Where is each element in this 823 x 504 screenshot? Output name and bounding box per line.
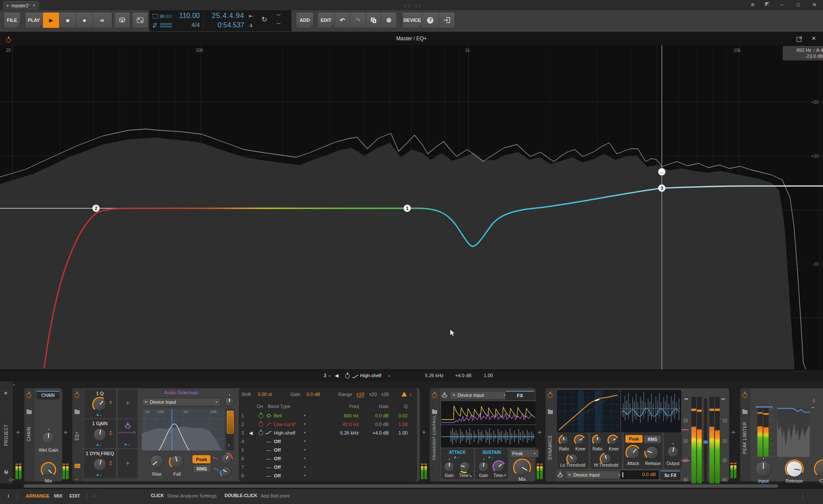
chain-mix-knob[interactable] [41,462,56,477]
arranger-follow-icon[interactable] [153,22,173,28]
limiter-preset-icon[interactable] [742,410,748,414]
clear-icon[interactable]: ✕ [568,473,571,477]
transient-mode-dropdown[interactable]: Peak ▼ [510,449,539,458]
import-button[interactable] [439,12,455,28]
close-button[interactable]: ✕ [810,1,819,9]
scfx-button[interactable]: Sc FX [661,471,680,480]
rack-hscroll-thumb[interactable] [24,484,778,488]
slow-env-knob[interactable] [220,465,233,478]
makeup-gain-field[interactable]: 0.0 dB [620,471,659,479]
dynamics-source-dropdown[interactable]: ✕ Device Input ▼ [565,471,624,479]
band-handle-2[interactable]: 2 [93,205,100,212]
bell-curve-icon[interactable] [401,392,408,397]
band-6-type-caret[interactable]: ▾ [304,454,306,463]
metronome-icon[interactable]: ◮ [249,22,252,27]
band-type-caret-icon[interactable]: ▾ [388,374,390,378]
macro-q-polarity[interactable]: ± [109,399,112,405]
mod-slot-2[interactable]: ●→ [118,419,138,448]
band-3-solo-icon[interactable]: ◀ [249,429,252,437]
band-2-gain[interactable]: 0.0 dB [367,420,389,429]
band-row-6[interactable]: 6 — Off ▾ [239,454,417,463]
transient-mix-knob[interactable] [513,459,531,477]
threshold-marker-2[interactable] [681,460,690,461]
band-2-q[interactable]: 1.00 [386,420,408,429]
range-20-option[interactable]: ±20 [369,392,377,397]
clear-icon[interactable]: ✕ [452,393,456,397]
redo-button[interactable]: ↷ [350,12,366,28]
dynamics-attack-knob[interactable] [625,445,641,460]
loop-icon[interactable]: ↻ [261,15,267,24]
clip-launcher-toggle-icon[interactable]: ∷ [93,493,96,499]
device-eqplus[interactable]: EQ+ ↔ 1 Q ± ●→ 1 GAIN ± [72,388,420,482]
attack-mod-arrow[interactable]: ●→ [454,455,459,459]
sustain-gain-knob[interactable] [477,460,490,473]
limiter-input-knob[interactable] [754,459,773,478]
band-handle-1[interactable]: 1 [404,205,411,212]
band-4-type-caret[interactable]: ▾ [304,437,306,446]
hi-ratio-knob[interactable] [592,435,603,446]
band-row-3[interactable]: 3 ◀ High-shelf ▾ 5.26 kHz +4.0 dB 1.00 [239,429,417,437]
macro-gain-polarity[interactable]: ± [109,429,112,435]
chain-power-icon[interactable] [27,393,31,398]
band-7-type[interactable]: Off [274,463,281,471]
band-3-freq[interactable]: 5.26 kHz [337,429,359,437]
add-device-button-4[interactable]: + [731,429,736,436]
maximize-button[interactable]: □ [794,1,802,9]
band-row-2[interactable]: 2 Low-cut 8° ▾ 42.0 Hz 0.0 dB 1.00 [239,420,417,429]
range-updown-icon[interactable]: ↕ [409,392,412,397]
project-io-icon[interactable] [9,478,15,481]
shift-value[interactable]: 0.00 st [258,392,272,397]
project-tab[interactable]: ▶ master2 * ✕ [3,1,39,9]
band-1-power-icon[interactable] [258,414,263,418]
sustain-mod-arrow[interactable]: ●→ [488,455,493,459]
add-device-button-3[interactable]: + [538,429,542,436]
band-5-type-caret[interactable]: ▾ [304,446,306,454]
chain-header-button[interactable]: CHAIN [36,391,60,399]
sidechain-analyzer[interactable]: 20 100 1k 10k [142,409,224,450]
layered-editing-button[interactable] [132,12,148,28]
dynamics-transfer-display[interactable] [557,390,620,432]
dynamics-power-icon[interactable] [548,393,553,398]
dynamics-rms-button[interactable]: RMS [643,435,661,444]
view-mix[interactable]: MIX [54,493,63,498]
eqplus-power-icon[interactable] [75,393,79,398]
dyn-gr-slider[interactable] [704,399,707,483]
band-row-4[interactable]: 4 — Off ▾ [239,437,417,446]
sustain-time-knob[interactable] [493,460,505,473]
transient-sidechain-icon[interactable] [442,392,448,399]
dynamics-preset-icon[interactable] [548,410,553,414]
display-profile-icon[interactable] [763,1,772,9]
band-6-type[interactable]: Off [274,454,281,463]
limiter-ceiling-knob[interactable] [814,459,823,478]
band-1-gain[interactable]: 0.0 dB [367,411,389,420]
transient-preset-icon[interactable] [432,410,437,414]
selected-band-type[interactable]: High-shelf [360,373,381,378]
view-arrange[interactable]: ARRANGE [26,493,50,498]
band-handle-3[interactable]: 3 [658,185,666,192]
macro-dynfreq-mod-arrow[interactable]: ●→ [96,473,102,477]
band-row-8[interactable]: 8 — Off ▾ [239,471,417,480]
band-1-q[interactable]: 0.02 [386,411,408,420]
band-4-type[interactable]: Off [274,437,281,446]
band-1-type[interactable]: Bell [274,411,282,420]
time-value[interactable]: 0:54.537 [207,21,244,29]
band-8-type[interactable]: Off [274,471,281,480]
fall-knob[interactable] [169,453,185,470]
band-row-1[interactable]: 1 Bell ▾ 600 Hz 0.0 dB 0.02 [239,411,417,420]
fill-wave-icon[interactable]: ∼ [276,11,281,18]
position-value[interactable]: 25.4.4.94 [207,12,244,20]
close-tab-icon[interactable]: ✕ [33,3,36,8]
add-device-button-2[interactable]: + [422,429,426,436]
eqplus-preset-icon[interactable] [75,410,80,414]
expand-panel-icon[interactable] [796,36,802,42]
lo-ratio-knob[interactable] [559,435,570,446]
close-panel-icon[interactable]: ✕ [811,35,816,42]
band-2-type[interactable]: Low-cut 8° [274,420,296,429]
edit-button[interactable]: EDIT [318,12,335,28]
peak-button[interactable]: Peak [192,455,210,463]
device-peak-limiter[interactable]: PEAK LIMITER -5 Input Release [740,388,823,482]
macro-q-knob[interactable] [92,397,108,412]
analyzer-range-thumb[interactable] [227,411,234,434]
undo-button[interactable]: ↶ [335,12,350,28]
shuffle-wave-icon[interactable]: ∼ [276,20,281,27]
